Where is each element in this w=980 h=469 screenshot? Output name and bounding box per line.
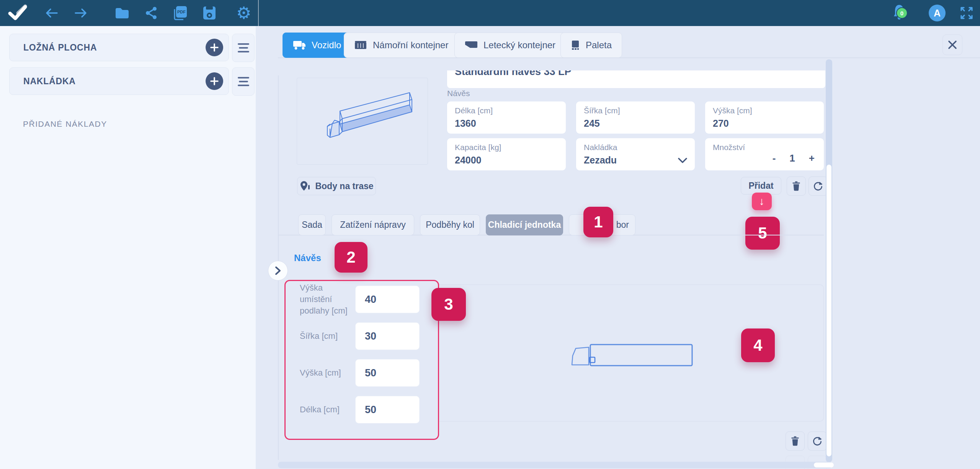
field-label: Množství bbox=[713, 143, 816, 152]
horizontal-scrollbar-track[interactable] bbox=[278, 462, 832, 468]
back-button[interactable] bbox=[41, 0, 63, 26]
quantity-stepper: - 1 + bbox=[773, 152, 815, 164]
open-folder-button[interactable] bbox=[111, 0, 133, 26]
fullscreen-button[interactable] bbox=[956, 0, 978, 26]
settings-button[interactable]: ⚙ bbox=[233, 0, 255, 26]
sidebar-card-cargo-area[interactable]: LOŽNÁ PLOCHA bbox=[9, 34, 229, 61]
cooling-row-width: Šířka [cm] 30 bbox=[300, 322, 420, 350]
annotation-badge-2: 2 bbox=[335, 242, 368, 273]
account-button[interactable]: A bbox=[926, 0, 948, 26]
save-project-button[interactable] bbox=[198, 0, 220, 26]
sidebar-card-loading[interactable]: NAKLÁDKA bbox=[9, 67, 229, 95]
add-cargo-area-button[interactable] bbox=[206, 39, 223, 56]
selected-option: Zezadu bbox=[584, 155, 617, 166]
vertical-scrollbar-thumb[interactable] bbox=[826, 165, 831, 456]
subtab-podbehy-kol[interactable]: Podběhy kol bbox=[420, 214, 480, 235]
route-points-label: Body na trase bbox=[315, 181, 373, 191]
add-button-label: Přidat bbox=[748, 181, 773, 191]
field-value: 270 bbox=[713, 118, 816, 129]
arrow-right-icon bbox=[74, 7, 88, 19]
annotation-badge-3: 3 bbox=[431, 288, 466, 321]
tab-paleta[interactable]: Paleta bbox=[560, 33, 622, 58]
truck-3d-wireframe bbox=[297, 78, 428, 165]
delete-cooling-unit-button[interactable] bbox=[786, 431, 805, 451]
map-pin-icon bbox=[299, 181, 310, 191]
add-loading-button[interactable] bbox=[206, 72, 223, 90]
truck-side-view-preview bbox=[570, 343, 695, 368]
reset-vehicle-button[interactable] bbox=[808, 176, 828, 196]
field-label: Kapacita [kg] bbox=[455, 143, 558, 152]
app-logo-check-icon[interactable] bbox=[6, 0, 28, 26]
quantity-increase-button[interactable]: + bbox=[809, 152, 815, 164]
close-panel-button[interactable] bbox=[942, 34, 962, 55]
delete-vehicle-button[interactable] bbox=[787, 176, 806, 196]
topbar: PDF ⚙ 0 A bbox=[0, 0, 980, 26]
field-delka[interactable]: Délka [cm] 1360 bbox=[447, 101, 566, 134]
vehicle-name-field[interactable]: Standardní návěs 33 LP bbox=[447, 70, 825, 88]
field-value: 245 bbox=[584, 118, 687, 129]
width-input[interactable]: 30 bbox=[355, 322, 420, 350]
subtab-chladici-jednotka[interactable]: Chladicí jednotka bbox=[486, 214, 563, 235]
notification-count-badge: 0 bbox=[896, 7, 908, 19]
tab-letecky-kontejner[interactable]: Letecký kontejner bbox=[454, 33, 566, 58]
cooling-row-height: Výška [cm] 50 bbox=[300, 359, 420, 387]
collapse-panel-button[interactable] bbox=[268, 261, 288, 281]
annotation-badge-1: 1 bbox=[583, 207, 613, 237]
vehicle-3d-preview bbox=[297, 78, 428, 165]
check-logo-icon bbox=[7, 3, 27, 23]
field-value: 24000 bbox=[455, 155, 558, 166]
field-value: 1360 bbox=[455, 118, 558, 129]
cargo-area-menu-button[interactable] bbox=[232, 34, 255, 62]
reset-cooling-unit-button[interactable] bbox=[808, 431, 827, 451]
save-icon bbox=[202, 5, 217, 21]
subtab-label: Chladicí jednotka bbox=[488, 220, 561, 230]
loading-title: NAKLÁDKA bbox=[23, 76, 76, 87]
field-mnozstvi-stepper[interactable]: Množství - 1 + bbox=[705, 138, 824, 170]
share-button[interactable] bbox=[140, 0, 162, 26]
field-label: Nakládka bbox=[584, 143, 687, 152]
field-nakladka-select[interactable]: Nakládka Zezadu bbox=[576, 138, 695, 170]
field-label: Šířka [cm] bbox=[584, 106, 687, 115]
tab-namorni-kontejner[interactable]: Námořní kontejner bbox=[344, 33, 459, 58]
vehicle-name-value: Standardní návěs 33 LP bbox=[455, 70, 825, 78]
subtab-zatizeni-napravy[interactable]: Zatížení nápravy bbox=[332, 214, 414, 235]
refresh-icon bbox=[812, 436, 823, 446]
floor-height-input[interactable]: 40 bbox=[355, 286, 420, 313]
tab-label: Paleta bbox=[586, 40, 612, 51]
field-sirka[interactable]: Šířka [cm] 245 bbox=[576, 101, 695, 134]
avatar: A bbox=[929, 5, 946, 21]
subtab-label: Sada bbox=[302, 220, 322, 230]
topbar-separator bbox=[258, 0, 259, 26]
cooling-trailer-link[interactable]: Návěs bbox=[294, 253, 321, 263]
tab-vozidlo[interactable]: Vozidlo bbox=[283, 33, 351, 58]
chevron-right-icon bbox=[274, 266, 281, 275]
field-kapacita[interactable]: Kapacita [kg] 24000 bbox=[447, 138, 566, 170]
forward-button[interactable] bbox=[70, 0, 92, 26]
field-vyska[interactable]: Výška [cm] 270 bbox=[705, 101, 824, 134]
air-container-icon bbox=[465, 40, 478, 50]
quantity-decrease-button[interactable]: - bbox=[773, 152, 776, 164]
loading-menu-button[interactable] bbox=[232, 67, 255, 96]
export-pdf-button[interactable]: PDF bbox=[169, 0, 191, 26]
app-window: PDF ⚙ 0 A bbox=[0, 0, 980, 469]
route-points-button[interactable]: Body na trase bbox=[297, 177, 376, 195]
arrow-left-icon bbox=[45, 7, 59, 19]
refresh-icon bbox=[813, 181, 823, 191]
subtab-label: bor bbox=[616, 220, 629, 230]
length-input[interactable]: 50 bbox=[355, 396, 420, 423]
gear-icon: ⚙ bbox=[236, 5, 251, 21]
height-input[interactable]: 50 bbox=[355, 359, 420, 387]
field-label: Délka [cm] bbox=[455, 106, 558, 115]
cooling-field-label: Délka [cm] bbox=[300, 404, 355, 415]
horizontal-scrollbar-thumb[interactable] bbox=[814, 462, 834, 467]
tab-label: Letecký kontejner bbox=[483, 40, 555, 51]
quantity-value: 1 bbox=[789, 152, 795, 164]
subtab-sada[interactable]: Sada bbox=[298, 214, 326, 235]
sidebar: LOŽNÁ PLOCHA NAKLÁDKA PŘIDANÉ NÁKLADY bbox=[0, 26, 256, 469]
notifications-button[interactable]: 0 bbox=[889, 0, 911, 26]
truck-icon bbox=[293, 40, 306, 50]
cooling-row-length: Délka [cm] 50 bbox=[300, 396, 420, 423]
tab-label: Vozidlo bbox=[312, 40, 341, 51]
add-button[interactable]: Přidat bbox=[741, 177, 781, 194]
cooling-field-label: Výška umístění podlahy [cm] bbox=[300, 282, 355, 317]
